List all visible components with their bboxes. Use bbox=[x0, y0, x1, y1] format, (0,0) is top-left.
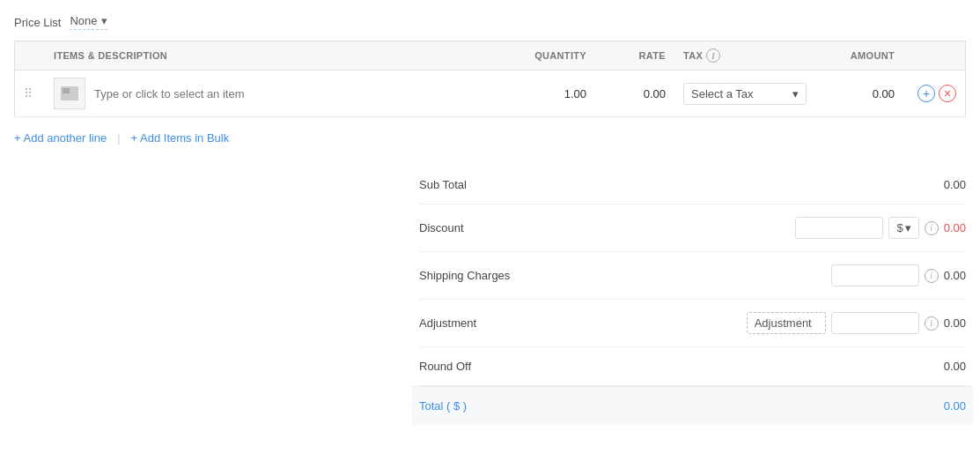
drag-col-header bbox=[15, 41, 46, 71]
item-search-input[interactable] bbox=[94, 87, 498, 100]
th-tax: TAX i bbox=[674, 41, 815, 71]
total-value: 0.00 bbox=[944, 399, 966, 413]
tax-select-dropdown[interactable]: Select a Tax ▾ bbox=[683, 83, 807, 105]
price-list-value: None bbox=[70, 14, 97, 27]
rate-cell: 0.00 bbox=[595, 71, 674, 117]
adjustment-value: 0.00 bbox=[944, 316, 966, 330]
add-bulk-button[interactable]: + Add Items in Bulk bbox=[131, 128, 230, 148]
adjustment-label: Adjustment bbox=[419, 316, 476, 330]
discount-info-icon[interactable]: i bbox=[925, 221, 939, 235]
currency-symbol: $ bbox=[896, 221, 903, 234]
table-actions: + Add another line | + Add Items in Bulk bbox=[14, 128, 966, 148]
discount-value: 0.00 bbox=[944, 221, 966, 234]
shipping-input-group: i 0.00 bbox=[831, 264, 966, 286]
discount-currency-dropdown[interactable]: $ ▾ bbox=[888, 217, 918, 239]
add-row-button[interactable]: + bbox=[917, 85, 935, 102]
adjustment-value-input[interactable] bbox=[831, 312, 919, 334]
adjustment-row: Adjustment i 0.00 bbox=[419, 300, 966, 347]
discount-label: Discount bbox=[419, 221, 464, 234]
total-row: Total ( $ ) 0.00 bbox=[412, 386, 973, 425]
chevron-down-icon: ▾ bbox=[101, 14, 107, 27]
discount-input[interactable] bbox=[795, 217, 883, 239]
row-actions-cell: + × bbox=[903, 71, 966, 117]
quantity-value: 1.00 bbox=[564, 87, 586, 100]
th-amount: AMOUNT bbox=[815, 41, 903, 71]
amount-value: 0.00 bbox=[873, 87, 895, 100]
currency-chevron-icon: ▾ bbox=[905, 221, 911, 234]
sub-total-label: Sub Total bbox=[419, 178, 467, 191]
items-table: ITEMS & DESCRIPTION QUANTITY RATE TAX i … bbox=[14, 41, 966, 117]
th-quantity: QUANTITY bbox=[507, 41, 595, 71]
totals-section: Sub Total 0.00 Discount $ ▾ i 0.00 Shipp… bbox=[419, 166, 966, 425]
th-rate: RATE bbox=[595, 41, 674, 71]
adjustment-info-icon[interactable]: i bbox=[925, 316, 939, 331]
tax-info-icon[interactable]: i bbox=[706, 48, 720, 63]
quantity-cell: 1.00 bbox=[507, 71, 595, 117]
th-items: ITEMS & DESCRIPTION bbox=[45, 41, 507, 71]
shipping-label: Shipping Charges bbox=[419, 269, 510, 282]
drag-handle-icon[interactable]: ⠿ bbox=[24, 86, 33, 100]
tax-cell: Select a Tax ▾ bbox=[674, 71, 815, 117]
round-off-row: Round Off 0.00 bbox=[419, 347, 966, 386]
sub-total-row: Sub Total 0.00 bbox=[419, 166, 966, 204]
price-list-label: Price List bbox=[14, 16, 61, 29]
round-off-label: Round Off bbox=[419, 360, 471, 373]
shipping-input[interactable] bbox=[831, 264, 919, 286]
actions-separator: | bbox=[117, 131, 120, 145]
price-list-row: Price List None ▾ bbox=[14, 14, 966, 30]
tax-select-label: Select a Tax bbox=[691, 87, 754, 100]
image-icon bbox=[61, 86, 78, 100]
discount-row: Discount $ ▾ i 0.00 bbox=[419, 204, 966, 252]
rate-value: 0.00 bbox=[644, 87, 666, 100]
round-off-value: 0.00 bbox=[944, 360, 966, 373]
tax-chevron-icon: ▾ bbox=[792, 87, 799, 100]
amount-cell: 0.00 bbox=[815, 71, 903, 117]
item-description-cell bbox=[45, 71, 507, 117]
drag-handle-cell: ⠿ bbox=[15, 71, 46, 117]
adjustment-label-input[interactable] bbox=[747, 312, 826, 334]
th-actions bbox=[903, 41, 966, 71]
shipping-info-icon[interactable]: i bbox=[925, 269, 939, 283]
shipping-row: Shipping Charges i 0.00 bbox=[419, 252, 966, 300]
table-row: ⠿ 1.00 0.00 Select a Tax ▾ bbox=[15, 71, 966, 117]
item-thumbnail bbox=[54, 78, 85, 109]
discount-input-group: $ ▾ i 0.00 bbox=[795, 217, 966, 239]
remove-row-button[interactable]: × bbox=[939, 85, 956, 102]
adjustment-input-group: i 0.00 bbox=[747, 312, 966, 334]
shipping-value: 0.00 bbox=[944, 269, 966, 282]
table-header-row: ITEMS & DESCRIPTION QUANTITY RATE TAX i … bbox=[15, 41, 966, 71]
sub-total-value: 0.00 bbox=[944, 178, 966, 191]
total-label: Total ( $ ) bbox=[419, 399, 467, 413]
add-line-button[interactable]: + Add another line bbox=[14, 128, 107, 148]
price-list-select[interactable]: None ▾ bbox=[70, 14, 107, 30]
